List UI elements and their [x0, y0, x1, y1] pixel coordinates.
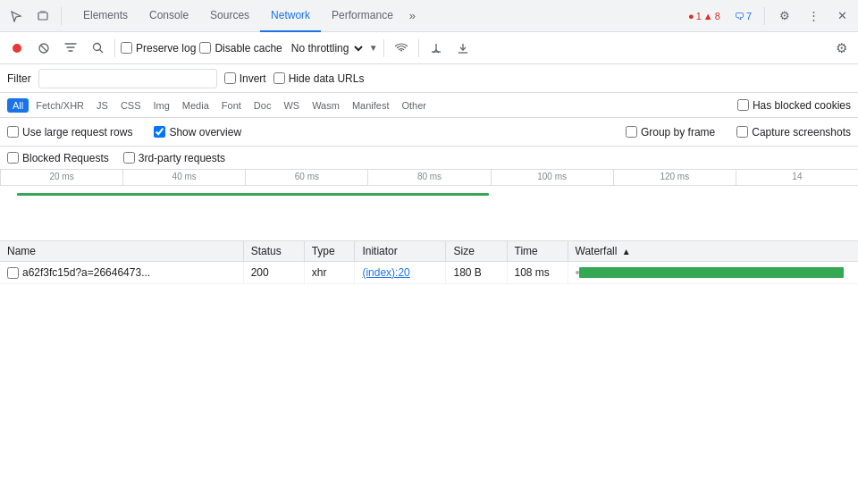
- type-btn-all[interactable]: All: [7, 98, 29, 113]
- tab-performance[interactable]: Performance: [321, 0, 404, 32]
- network-settings-icon[interactable]: ⚙: [829, 37, 853, 60]
- settings-icon-btn[interactable]: ⚙: [772, 4, 797, 29]
- filter-bar: Filter Invert Hide data URLs: [0, 64, 858, 93]
- show-overview-label[interactable]: Show overview: [154, 126, 241, 139]
- col-header-initiator[interactable]: Initiator: [355, 241, 446, 262]
- third-party-label[interactable]: 3rd-party requests: [123, 152, 225, 164]
- initiator-link[interactable]: (index):20: [362, 266, 409, 279]
- large-rows-checkbox[interactable]: [7, 126, 19, 138]
- chat-badge[interactable]: 🗨 7: [729, 9, 757, 23]
- svg-rect-1: [40, 11, 46, 13]
- tab-bar-divider: [61, 7, 62, 25]
- col-header-size[interactable]: Size: [446, 241, 507, 262]
- tab-bar: Elements Console Sources Network Perform…: [0, 0, 858, 32]
- type-btn-wasm[interactable]: Wasm: [307, 98, 345, 113]
- invert-label[interactable]: Invert: [224, 72, 266, 85]
- more-icon-btn[interactable]: ⋮: [801, 4, 826, 29]
- options-bar: Use large request rows Show overview Gro…: [0, 118, 858, 147]
- cell-initiator: (index):20: [355, 262, 446, 284]
- close-icon-btn[interactable]: ✕: [829, 4, 854, 29]
- show-overview-checkbox[interactable]: [154, 126, 165, 138]
- type-btn-other[interactable]: Other: [396, 98, 432, 113]
- group-by-frame-label[interactable]: Group by frame: [626, 126, 715, 139]
- type-filters-right: Has blocked cookies: [737, 99, 851, 112]
- capture-screenshots-checkbox[interactable]: [736, 126, 748, 138]
- waterfall-bar-wrap: [576, 265, 851, 280]
- tab-sources[interactable]: Sources: [199, 0, 260, 32]
- tab-right-divider: [764, 7, 765, 25]
- cursor-icon-btn[interactable]: [4, 4, 29, 29]
- tab-console[interactable]: Console: [139, 0, 199, 32]
- has-blocked-cookies-label[interactable]: Has blocked cookies: [737, 99, 851, 112]
- network-table: Name Status Type Initiator Size Time Wat…: [0, 241, 858, 504]
- triangle-yellow-icon: ▲: [703, 11, 713, 21]
- clear-button[interactable]: [32, 37, 55, 60]
- type-btn-font[interactable]: Font: [216, 98, 247, 113]
- blocked-requests-checkbox[interactable]: [7, 152, 19, 164]
- timeline-progress-bar: [17, 193, 489, 196]
- hide-data-urls-checkbox[interactable]: [273, 72, 285, 84]
- search-icon-btn[interactable]: [86, 37, 109, 60]
- cell-name: a62f3fc15d?a=26646473...: [0, 262, 243, 284]
- invert-checkbox[interactable]: [224, 72, 236, 84]
- type-btn-fetch-xhr[interactable]: Fetch/XHR: [30, 98, 89, 113]
- type-btn-js[interactable]: JS: [91, 98, 114, 113]
- filter-icon-btn[interactable]: [59, 37, 82, 60]
- col-header-time[interactable]: Time: [507, 241, 568, 262]
- toolbar-divider-1: [114, 39, 115, 57]
- extra-options-bar: Blocked Requests 3rd-party requests: [0, 147, 858, 170]
- table-header-row: Name Status Type Initiator Size Time Wat…: [0, 241, 858, 262]
- record-button[interactable]: [5, 37, 29, 60]
- tab-more-btn[interactable]: »: [404, 9, 421, 22]
- tab-network[interactable]: Network: [260, 0, 321, 32]
- download-icon-btn[interactable]: [451, 37, 475, 60]
- upload-icon-btn[interactable]: [425, 37, 448, 60]
- wifi-icon-btn[interactable]: [390, 37, 413, 60]
- disable-cache-checkbox[interactable]: [199, 42, 211, 54]
- group-by-frame-checkbox[interactable]: [626, 126, 637, 138]
- type-btn-media[interactable]: Media: [177, 98, 214, 113]
- col-header-waterfall[interactable]: Waterfall ▲: [568, 241, 858, 262]
- type-filters-bar: All Fetch/XHR JS CSS Img Media Font Doc …: [0, 93, 858, 118]
- cell-status: 200: [243, 262, 304, 284]
- throttle-select[interactable]: No throttling Fast 3G Slow 3G Offline: [286, 41, 366, 55]
- table-row[interactable]: a62f3fc15d?a=26646473... 200 xhr (index)…: [0, 262, 858, 284]
- svg-line-4: [41, 45, 47, 51]
- tab-elements[interactable]: Elements: [72, 0, 139, 32]
- cell-size: 180 B: [446, 262, 507, 284]
- row-checkbox[interactable]: [7, 267, 19, 279]
- hide-data-urls-label[interactable]: Hide data URLs: [273, 72, 365, 85]
- main-content: Preserve log Disable cache No throttling…: [0, 32, 858, 504]
- error-badge[interactable]: ● 1 ▲ 8: [683, 9, 726, 23]
- preserve-log-label[interactable]: Preserve log: [121, 42, 196, 55]
- type-btn-ws[interactable]: WS: [278, 98, 305, 113]
- filter-input-wrap[interactable]: [38, 69, 217, 88]
- type-btn-manifest[interactable]: Manifest: [347, 98, 395, 113]
- cell-type: xhr: [304, 262, 355, 284]
- timeline: 20 ms 40 ms 60 ms 80 ms 100 ms 120 ms 14: [0, 170, 858, 241]
- disable-cache-label[interactable]: Disable cache: [199, 42, 282, 55]
- preserve-log-checkbox[interactable]: [121, 42, 132, 54]
- svg-rect-0: [38, 13, 47, 20]
- cell-time: 108 ms: [507, 262, 568, 284]
- svg-line-6: [99, 50, 103, 54]
- filter-input[interactable]: [45, 72, 211, 85]
- svg-point-2: [13, 44, 21, 53]
- timeline-canvas[interactable]: [0, 186, 858, 241]
- third-party-checkbox[interactable]: [123, 152, 135, 164]
- blocked-requests-label[interactable]: Blocked Requests: [7, 152, 109, 164]
- type-btn-img[interactable]: Img: [148, 98, 175, 113]
- type-btn-css[interactable]: CSS: [115, 98, 147, 113]
- col-header-status[interactable]: Status: [243, 241, 304, 262]
- layers-icon-btn[interactable]: [30, 4, 55, 29]
- svg-point-5: [93, 44, 100, 51]
- col-header-name[interactable]: Name: [0, 241, 243, 262]
- ruler-tick-1: 20 ms: [0, 170, 122, 185]
- has-blocked-cookies-checkbox[interactable]: [737, 99, 749, 111]
- ruler-tick-4: 80 ms: [367, 170, 490, 185]
- large-rows-label[interactable]: Use large request rows: [7, 126, 132, 139]
- capture-screenshots-label[interactable]: Capture screenshots: [736, 126, 851, 139]
- type-btn-doc[interactable]: Doc: [248, 98, 277, 113]
- ruler-tick-7: 14: [736, 170, 858, 185]
- col-header-type[interactable]: Type: [304, 241, 355, 262]
